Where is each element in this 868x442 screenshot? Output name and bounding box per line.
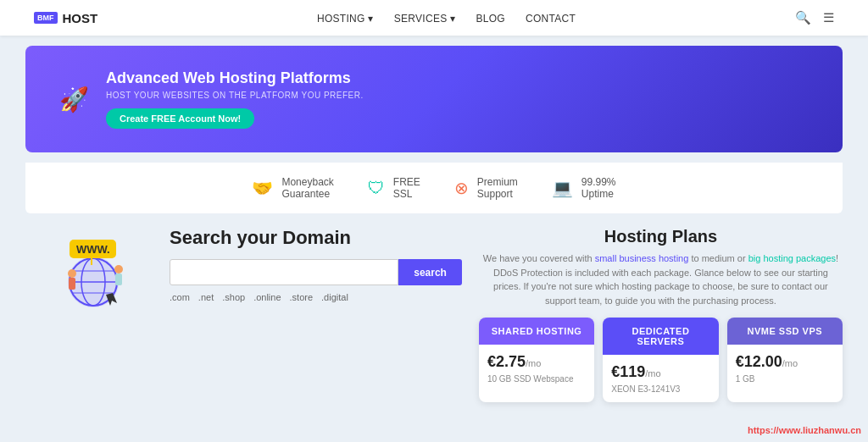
plan-dedicated-detail: XEON E3-1241V3 <box>611 384 709 394</box>
domain-search-title: Search your Domain <box>170 227 462 249</box>
feature-moneyback-label: MoneybackGuarantee <box>281 176 333 200</box>
tld-net[interactable]: .net <box>198 292 214 302</box>
plan-vps-body: €12.00/mo 1 GB <box>727 345 843 392</box>
plans-title: Hosting Plans <box>479 227 843 246</box>
main-content: WWW. Search your Domain search .com .net <box>0 213 868 411</box>
plans-cards: SHARED HOSTING €2.75/mo 10 GB SSD Webspa… <box>479 318 843 402</box>
feature-uptime-label: 99.99%Uptime <box>581 176 616 200</box>
plan-vps-period: /mo <box>782 358 798 368</box>
tld-shop[interactable]: .shop <box>222 292 245 302</box>
navbar-actions: 🔍 ☰ <box>795 10 834 25</box>
feature-ssl-label: FREESSL <box>393 176 420 200</box>
domain-section: WWW. Search your Domain search .com .net <box>25 227 462 402</box>
svg-point-11 <box>114 265 123 273</box>
watermark: https://www.liuzhanwu.cn <box>748 425 861 435</box>
nav-link-blog[interactable]: BLOG <box>476 13 505 25</box>
tld-com[interactable]: .com <box>170 292 190 302</box>
brand-logo[interactable]: BMF HOST <box>34 11 97 25</box>
hero-subtitle: HOST YOUR WEBSITES ON THE PLATFORM YOU P… <box>106 91 364 100</box>
domain-illustration: WWW. <box>25 227 161 320</box>
plan-shared-body: €2.75/mo 10 GB SSD Webspace <box>479 345 594 392</box>
feature-support-label: PremiumSupport <box>477 176 518 200</box>
plan-shared-period: /mo <box>526 358 541 368</box>
nav-menu: HOSTING ▾ SERVICES ▾ BLOG CONTACT <box>317 12 576 25</box>
nav-item-hosting[interactable]: HOSTING ▾ <box>317 12 374 25</box>
domain-search-bar: search <box>170 259 462 285</box>
nav-item-blog[interactable]: BLOG <box>476 12 505 25</box>
hero-text: Advanced Web Hosting Platforms HOST YOUR… <box>106 69 364 129</box>
domain-search-input[interactable] <box>170 259 398 285</box>
nav-link-services[interactable]: SERVICES ▾ <box>394 13 456 25</box>
small-business-link[interactable]: small business hosting <box>595 253 689 263</box>
tld-digital[interactable]: .digital <box>321 292 348 302</box>
plan-card-dedicated[interactable]: DEDICATED SERVERS €119/mo XEON E3-1241V3 <box>603 318 718 402</box>
plan-vps-price: €12.00/mo <box>736 353 834 371</box>
feature-ssl: 🛡 FREESSL <box>368 176 420 200</box>
create-account-button[interactable]: Create FREE Account Now! <box>106 108 254 129</box>
menu-icon[interactable]: ☰ <box>823 10 834 25</box>
hero-rocket-icon: 🚀 <box>59 86 89 113</box>
domain-search-button[interactable]: search <box>398 259 462 285</box>
brand-name: HOST <box>63 11 98 25</box>
plans-description: We have you covered with small business … <box>479 251 843 307</box>
brand-icon: BMF <box>34 12 58 24</box>
plan-dedicated-header: DEDICATED SERVERS <box>603 318 718 355</box>
hero-banner: 🚀 Advanced Web Hosting Platforms HOST YO… <box>25 46 843 152</box>
plans-section: Hosting Plans We have you covered with s… <box>479 227 843 402</box>
feature-uptime: 💻 99.99%Uptime <box>552 176 616 200</box>
domain-search-area: Search your Domain search .com .net .sho… <box>170 227 462 302</box>
support-icon: ⊗ <box>454 178 469 198</box>
uptime-icon: 💻 <box>552 178 573 198</box>
nav-item-contact[interactable]: CONTACT <box>526 12 576 25</box>
plan-shared-header: SHARED HOSTING <box>479 318 594 345</box>
moneyback-icon: 🤝 <box>252 178 273 198</box>
big-packages-link[interactable]: big hosting packages <box>748 253 836 263</box>
nav-link-hosting[interactable]: HOSTING ▾ <box>317 13 374 25</box>
nav-link-contact[interactable]: CONTACT <box>526 13 576 25</box>
plan-dedicated-price: €119/mo <box>611 363 709 381</box>
plan-card-vps[interactable]: NVME SSD VPS €12.00/mo 1 GB <box>727 318 843 402</box>
plan-shared-price: €2.75/mo <box>487 353 586 371</box>
plan-card-shared[interactable]: SHARED HOSTING €2.75/mo 10 GB SSD Webspa… <box>479 318 594 402</box>
features-row: 🤝 MoneybackGuarantee 🛡 FREESSL ⊗ Premium… <box>25 163 843 213</box>
search-icon[interactable]: 🔍 <box>795 10 811 25</box>
ssl-shield-icon: 🛡 <box>368 179 385 198</box>
svg-rect-12 <box>115 273 122 285</box>
nav-item-services[interactable]: SERVICES ▾ <box>394 12 456 25</box>
plan-vps-header: NVME SSD VPS <box>727 318 843 345</box>
hero-title: Advanced Web Hosting Platforms <box>106 69 364 87</box>
plan-dedicated-period: /mo <box>645 368 660 378</box>
feature-moneyback: 🤝 MoneybackGuarantee <box>252 176 333 200</box>
plan-dedicated-body: €119/mo XEON E3-1241V3 <box>603 355 718 402</box>
plan-vps-detail: 1 GB <box>736 374 834 384</box>
svg-point-9 <box>68 269 76 278</box>
svg-rect-10 <box>69 278 75 290</box>
tld-list: .com .net .shop .online .store .digital <box>170 292 462 302</box>
tld-online[interactable]: .online <box>253 292 281 302</box>
feature-support: ⊗ PremiumSupport <box>454 176 518 200</box>
navbar: BMF HOST HOSTING ▾ SERVICES ▾ BLOG CONTA… <box>0 0 868 36</box>
svg-text:WWW.: WWW. <box>76 243 110 256</box>
tld-store[interactable]: .store <box>290 292 314 302</box>
plan-shared-detail: 10 GB SSD Webspace <box>487 374 586 384</box>
